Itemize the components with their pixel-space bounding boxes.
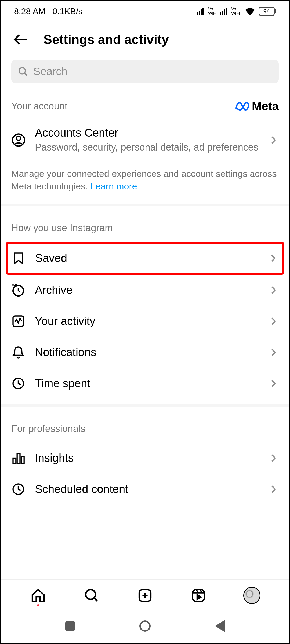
bookmark-icon — [12, 251, 28, 265]
svg-point-1 — [19, 68, 25, 74]
list-label: Insights — [35, 452, 268, 464]
notification-dot — [37, 604, 39, 606]
list-item-notifications[interactable]: Notifications — [11, 337, 279, 368]
list-item-time-spent[interactable]: Time spent — [11, 368, 279, 399]
divider — [1, 204, 289, 206]
system-nav — [1, 611, 289, 643]
search-icon — [84, 588, 99, 603]
chevron-right-icon — [268, 453, 279, 463]
list-item-archive[interactable]: Archive — [11, 275, 279, 306]
avatar-icon — [243, 587, 260, 604]
svg-marker-21 — [197, 595, 201, 599]
list-label: Saved — [35, 252, 268, 265]
search-input[interactable] — [33, 65, 272, 78]
divider — [1, 404, 289, 407]
meta-logo-icon — [235, 101, 250, 111]
svg-point-4 — [16, 136, 21, 141]
section-title: For professionals — [11, 423, 85, 434]
chevron-right-icon — [268, 378, 279, 389]
chart-icon — [11, 451, 27, 465]
chevron-right-icon — [268, 347, 279, 358]
svg-line-13 — [94, 598, 97, 601]
wifi-icon — [245, 7, 255, 16]
signal-icon — [197, 8, 204, 15]
back-button[interactable] — [11, 30, 30, 49]
person-icon — [11, 133, 27, 147]
list-label: Notifications — [35, 346, 268, 359]
bottom-nav — [1, 579, 289, 611]
list-item-insights[interactable]: Insights — [11, 442, 279, 474]
archive-icon — [11, 283, 27, 297]
section-usage: How you use Instagram Saved Archive Your… — [1, 206, 289, 399]
vowifi-label: Vo WiFi — [208, 7, 217, 16]
section-professionals: For professionals Insights Scheduled con… — [1, 407, 289, 505]
search-icon — [18, 66, 28, 77]
reels-icon — [191, 588, 206, 603]
section-your-account: Your account Meta Accounts Center Passwo… — [1, 83, 289, 204]
svg-rect-8 — [13, 458, 16, 463]
meta-brand: Meta — [235, 100, 279, 113]
svg-point-12 — [86, 590, 95, 599]
learn-more-link[interactable]: Learn more — [90, 181, 137, 191]
status-time-speed: 8:28 AM | 0.1KB/s — [14, 6, 83, 16]
status-bar: 8:28 AM | 0.1KB/s Vo WiFi Vo WiFi 94 — [1, 1, 289, 22]
section-title: How you use Instagram — [11, 222, 113, 234]
svg-rect-10 — [21, 456, 24, 463]
list-label: Scheduled content — [35, 483, 268, 496]
sys-home-button[interactable] — [138, 619, 152, 633]
signal-icon — [220, 8, 227, 15]
header: Settings and activity — [1, 22, 289, 60]
chevron-right-icon — [268, 285, 279, 295]
vowifi-label: Vo WiFi — [231, 7, 240, 16]
accounts-center-title: Accounts Center — [35, 126, 268, 139]
sys-recents-button[interactable] — [63, 619, 77, 633]
clock-icon — [11, 482, 27, 496]
list-item-scheduled-content[interactable]: Scheduled content — [11, 474, 279, 505]
nav-profile[interactable] — [242, 586, 261, 605]
home-icon — [30, 588, 46, 603]
nav-create[interactable] — [136, 586, 154, 605]
section-description: Manage your connected experiences and ac… — [11, 159, 279, 204]
plus-square-icon — [137, 588, 153, 603]
svg-rect-9 — [17, 453, 20, 463]
chevron-right-icon — [268, 253, 278, 264]
chevron-right-icon — [268, 135, 279, 145]
list-item-saved[interactable]: Saved — [6, 242, 284, 275]
list-label: Your activity — [35, 315, 268, 328]
list-item-your-activity[interactable]: Your activity — [11, 306, 279, 337]
chevron-right-icon — [268, 484, 279, 495]
accounts-center-item[interactable]: Accounts Center Password, security, pers… — [11, 121, 279, 159]
accounts-center-subtitle: Password, security, personal details, ad… — [35, 141, 268, 154]
list-label: Time spent — [35, 377, 268, 390]
clock-icon — [11, 376, 27, 390]
page-title: Settings and activity — [44, 32, 169, 47]
status-indicators: Vo WiFi Vo WiFi 94 — [197, 7, 276, 16]
list-label: Archive — [35, 284, 268, 297]
nav-reels[interactable] — [189, 586, 208, 605]
chevron-right-icon — [268, 316, 279, 327]
activity-icon — [11, 314, 27, 328]
nav-search[interactable] — [82, 586, 101, 605]
sys-back-button[interactable] — [213, 619, 227, 633]
battery-icon: 94 — [259, 7, 276, 16]
svg-line-2 — [24, 73, 27, 76]
bell-icon — [11, 345, 27, 359]
section-title: Your account — [11, 101, 67, 112]
nav-home[interactable] — [29, 586, 48, 605]
search-box[interactable] — [11, 60, 279, 83]
